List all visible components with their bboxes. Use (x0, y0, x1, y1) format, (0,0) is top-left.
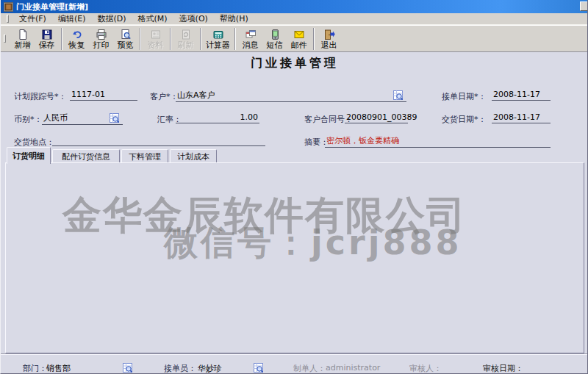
tab-plan-cost[interactable]: 计划成本 (170, 149, 217, 163)
tab-material-mgmt[interactable]: 下料管理 (121, 149, 168, 163)
window-title: 门业接单管理[新增] (16, 1, 88, 12)
clerk-value[interactable]: 华妙珍 (198, 363, 222, 374)
calculator-icon (212, 29, 224, 40)
department-lookup-icon[interactable] (123, 363, 132, 373)
audit-date-label: 审核日期： (483, 363, 523, 374)
minimize-button[interactable] (580, 1, 588, 11)
preview-icon (120, 29, 132, 40)
app-icon (4, 2, 13, 12)
message-icon (245, 29, 257, 40)
menubar: 文件(F) 编辑(E) 数据(D) 格式(M) 选项(O) 帮助(H) (1, 13, 588, 25)
save-button[interactable]: 保存 (35, 26, 59, 51)
sms-button[interactable]: 短信 (262, 26, 287, 51)
data-button: 资料 (143, 26, 168, 51)
toolbar: 新增 保存 恢复 打印 预览 资料 刷新 (1, 25, 588, 52)
summary-field[interactable]: 密尔顿，钣金要精确 (325, 135, 551, 148)
mobile-phone-icon (269, 29, 281, 40)
tab-accessory-info[interactable]: 配件订货信息 (52, 149, 120, 163)
menubar-grip[interactable] (7, 15, 9, 23)
new-document-icon (17, 29, 29, 40)
auditor-label: 审核人： (409, 363, 442, 374)
data-card-icon (150, 29, 162, 40)
toolbar-grip[interactable] (4, 35, 6, 43)
app-window: 门业接单管理[新增] 文件(F) 编辑(E) 数据(D) 格式(M) 选项(O)… (0, 0, 588, 374)
page-title: 门业接单管理 (1, 56, 588, 71)
clerk-label: 接单员： (164, 363, 196, 374)
titlebar: 门业接单管理[新增] (1, 0, 588, 13)
undo-arrow-icon (71, 29, 83, 40)
print-button[interactable]: 打印 (89, 26, 113, 51)
maker-value: administrator (326, 363, 380, 373)
exit-button[interactable]: 退出 (317, 26, 341, 51)
delivery-place-field[interactable] (52, 135, 265, 146)
currency-lookup-icon[interactable] (110, 113, 119, 123)
exit-door-icon (323, 29, 335, 40)
delivery-place-label: 交货地点： (14, 137, 54, 148)
preview-button[interactable]: 预览 (113, 26, 137, 51)
menu-data[interactable]: 数据(D) (91, 12, 132, 25)
new-button[interactable]: 新增 (10, 26, 35, 51)
customer-lookup-icon[interactable] (393, 90, 403, 100)
delivery-date-label: 交货日期*： (442, 114, 487, 125)
clerk-lookup-icon[interactable] (254, 363, 263, 373)
printer-icon (96, 29, 107, 40)
message-button[interactable]: 消息 (238, 26, 262, 51)
toolbar-separator (234, 28, 236, 50)
toolbar-separator (170, 28, 171, 50)
toolbar-separator (61, 28, 62, 50)
toolbar-separator (140, 28, 141, 50)
calculator-button[interactable]: 计算器 (204, 26, 232, 51)
toolbar-separator (200, 28, 201, 50)
tabpage-order-detail (5, 162, 584, 353)
save-icon (41, 29, 53, 40)
menu-help[interactable]: 帮助(H) (214, 12, 254, 25)
menu-file[interactable]: 文件(F) (13, 12, 52, 25)
department-value[interactable]: 销售部 (46, 363, 71, 374)
plan-no-field[interactable]: 1117-01 (70, 90, 137, 101)
department-label: 部门： (23, 363, 47, 374)
customer-label: 客户*： (150, 91, 179, 102)
mail-button[interactable]: 邮件 (287, 26, 311, 51)
exchange-rate-field[interactable]: 1.00 (176, 112, 259, 123)
menu-options[interactable]: 选项(O) (173, 12, 214, 25)
currency-label: 币别*： (14, 114, 43, 125)
maker-label: 制单人： (293, 363, 326, 374)
footer-divider (1, 353, 588, 355)
menu-edit[interactable]: 编辑(E) (52, 12, 92, 25)
customer-field[interactable]: 山东A客户 (176, 90, 406, 102)
mail-envelope-icon (293, 29, 305, 40)
contract-no-field[interactable]: 20080901_00389 (345, 112, 408, 123)
refresh-icon (180, 29, 192, 40)
menu-format[interactable]: 格式(M) (132, 12, 173, 25)
order-date-label: 接单日期*： (442, 91, 487, 102)
undo-button[interactable]: 恢复 (65, 26, 89, 51)
plan-no-label: 计划跟踪号*： (14, 91, 67, 102)
toolbar-separator (313, 28, 315, 50)
delivery-date-field[interactable]: 2008-11-17 (492, 112, 551, 123)
order-date-field[interactable]: 2008-11-17 (492, 90, 551, 101)
refresh-button: 刷新 (173, 26, 198, 51)
tab-order-detail[interactable]: 订货明细 (7, 147, 51, 164)
